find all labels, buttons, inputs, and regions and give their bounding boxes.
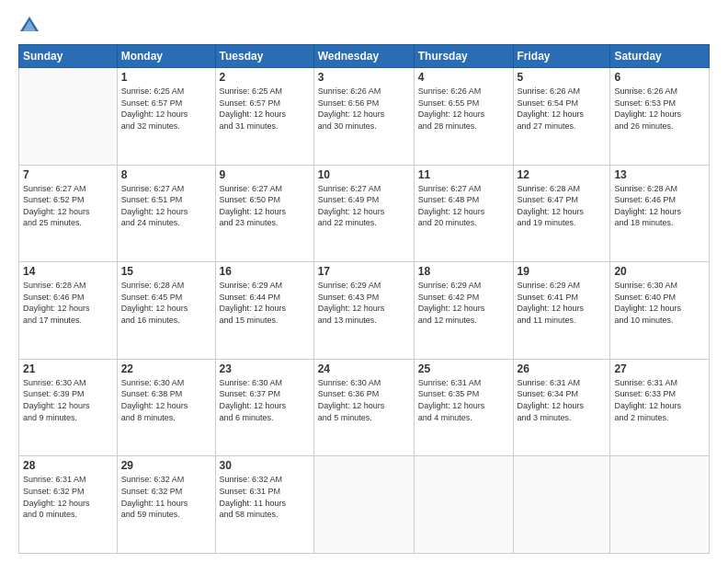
day-info: Sunrise: 6:30 AM Sunset: 6:37 PM Dayligh… (220, 377, 310, 423)
day-number: 8 (121, 168, 211, 181)
calendar-cell (513, 456, 610, 554)
calendar-cell: 7Sunrise: 6:27 AM Sunset: 6:52 PM Daylig… (19, 165, 118, 262)
day-info: Sunrise: 6:28 AM Sunset: 6:46 PM Dayligh… (614, 183, 705, 229)
day-number: 10 (318, 168, 410, 181)
calendar-cell (414, 456, 513, 554)
day-info: Sunrise: 6:26 AM Sunset: 6:54 PM Dayligh… (518, 86, 607, 132)
day-number: 14 (23, 265, 113, 278)
day-info: Sunrise: 6:30 AM Sunset: 6:39 PM Dayligh… (23, 377, 113, 423)
calendar-cell: 10Sunrise: 6:27 AM Sunset: 6:49 PM Dayli… (313, 165, 414, 262)
day-info: Sunrise: 6:29 AM Sunset: 6:41 PM Dayligh… (518, 280, 607, 326)
day-info: Sunrise: 6:29 AM Sunset: 6:44 PM Dayligh… (220, 280, 310, 326)
weekday-header-tuesday: Tuesday (215, 45, 313, 68)
calendar-cell: 20Sunrise: 6:30 AM Sunset: 6:40 PM Dayli… (610, 262, 710, 360)
calendar-cell: 2Sunrise: 6:25 AM Sunset: 6:57 PM Daylig… (215, 68, 313, 166)
day-number: 30 (220, 459, 310, 472)
day-info: Sunrise: 6:27 AM Sunset: 6:50 PM Dayligh… (220, 183, 310, 229)
weekday-header-row: SundayMondayTuesdayWednesdayThursdayFrid… (19, 45, 710, 68)
logo-icon (18, 15, 40, 37)
calendar-cell: 16Sunrise: 6:29 AM Sunset: 6:44 PM Dayli… (215, 262, 313, 360)
calendar-cell: 19Sunrise: 6:29 AM Sunset: 6:41 PM Dayli… (513, 262, 610, 360)
day-info: Sunrise: 6:28 AM Sunset: 6:46 PM Dayligh… (23, 280, 113, 326)
day-number: 7 (23, 168, 113, 181)
day-info: Sunrise: 6:27 AM Sunset: 6:48 PM Dayligh… (418, 183, 509, 229)
day-number: 20 (614, 265, 705, 278)
week-row-5: 28Sunrise: 6:31 AM Sunset: 6:32 PM Dayli… (19, 456, 710, 554)
day-number: 3 (318, 71, 410, 84)
day-number: 9 (220, 168, 310, 181)
day-number: 29 (121, 459, 211, 472)
weekday-header-saturday: Saturday (610, 45, 710, 68)
day-number: 15 (121, 265, 211, 278)
day-info: Sunrise: 6:29 AM Sunset: 6:43 PM Dayligh… (318, 280, 410, 326)
day-number: 23 (220, 362, 310, 375)
calendar-cell: 21Sunrise: 6:30 AM Sunset: 6:39 PM Dayli… (19, 359, 118, 456)
calendar-cell: 12Sunrise: 6:28 AM Sunset: 6:47 PM Dayli… (513, 165, 610, 262)
calendar-cell: 22Sunrise: 6:30 AM Sunset: 6:38 PM Dayli… (117, 359, 215, 456)
calendar-cell: 26Sunrise: 6:31 AM Sunset: 6:34 PM Dayli… (513, 359, 610, 456)
calendar-cell: 5Sunrise: 6:26 AM Sunset: 6:54 PM Daylig… (513, 68, 610, 166)
weekday-header-monday: Monday (117, 45, 215, 68)
calendar-cell: 9Sunrise: 6:27 AM Sunset: 6:50 PM Daylig… (215, 165, 313, 262)
day-info: Sunrise: 6:27 AM Sunset: 6:52 PM Dayligh… (23, 183, 113, 229)
weekday-header-sunday: Sunday (19, 45, 118, 68)
day-number: 28 (23, 459, 113, 472)
weekday-header-thursday: Thursday (414, 45, 513, 68)
day-info: Sunrise: 6:29 AM Sunset: 6:42 PM Dayligh… (418, 280, 509, 326)
day-info: Sunrise: 6:31 AM Sunset: 6:34 PM Dayligh… (518, 377, 607, 423)
day-number: 24 (318, 362, 410, 375)
calendar-cell: 23Sunrise: 6:30 AM Sunset: 6:37 PM Dayli… (215, 359, 313, 456)
day-number: 18 (418, 265, 509, 278)
weekday-header-wednesday: Wednesday (313, 45, 414, 68)
weekday-header-friday: Friday (513, 45, 610, 68)
day-info: Sunrise: 6:28 AM Sunset: 6:47 PM Dayligh… (518, 183, 607, 229)
calendar-cell: 14Sunrise: 6:28 AM Sunset: 6:46 PM Dayli… (19, 262, 118, 360)
day-number: 5 (518, 71, 607, 84)
day-number: 6 (614, 71, 705, 84)
day-number: 16 (220, 265, 310, 278)
day-number: 12 (518, 168, 607, 181)
calendar-cell: 28Sunrise: 6:31 AM Sunset: 6:32 PM Dayli… (19, 456, 118, 554)
page: SundayMondayTuesdayWednesdayThursdayFrid… (0, 0, 728, 563)
day-number: 21 (23, 362, 113, 375)
calendar-cell (19, 68, 118, 166)
day-info: Sunrise: 6:30 AM Sunset: 6:40 PM Dayligh… (614, 280, 705, 326)
day-number: 13 (614, 168, 705, 181)
calendar-cell: 3Sunrise: 6:26 AM Sunset: 6:56 PM Daylig… (313, 68, 414, 166)
day-info: Sunrise: 6:31 AM Sunset: 6:33 PM Dayligh… (614, 377, 705, 423)
day-number: 1 (121, 71, 211, 84)
week-row-1: 1Sunrise: 6:25 AM Sunset: 6:57 PM Daylig… (19, 68, 710, 166)
day-number: 19 (518, 265, 607, 278)
day-info: Sunrise: 6:32 AM Sunset: 6:31 PM Dayligh… (220, 474, 310, 520)
week-row-3: 14Sunrise: 6:28 AM Sunset: 6:46 PM Dayli… (19, 262, 710, 360)
day-number: 17 (318, 265, 410, 278)
calendar-cell: 1Sunrise: 6:25 AM Sunset: 6:57 PM Daylig… (117, 68, 215, 166)
day-info: Sunrise: 6:25 AM Sunset: 6:57 PM Dayligh… (220, 86, 310, 132)
day-info: Sunrise: 6:31 AM Sunset: 6:35 PM Dayligh… (418, 377, 509, 423)
day-info: Sunrise: 6:32 AM Sunset: 6:32 PM Dayligh… (121, 474, 211, 520)
calendar-cell: 24Sunrise: 6:30 AM Sunset: 6:36 PM Dayli… (313, 359, 414, 456)
day-info: Sunrise: 6:27 AM Sunset: 6:51 PM Dayligh… (121, 183, 211, 229)
calendar-cell: 11Sunrise: 6:27 AM Sunset: 6:48 PM Dayli… (414, 165, 513, 262)
day-number: 2 (220, 71, 310, 84)
day-info: Sunrise: 6:26 AM Sunset: 6:56 PM Dayligh… (318, 86, 410, 132)
calendar-cell: 18Sunrise: 6:29 AM Sunset: 6:42 PM Dayli… (414, 262, 513, 360)
calendar-cell: 13Sunrise: 6:28 AM Sunset: 6:46 PM Dayli… (610, 165, 710, 262)
week-row-2: 7Sunrise: 6:27 AM Sunset: 6:52 PM Daylig… (19, 165, 710, 262)
header (18, 15, 710, 37)
day-number: 22 (121, 362, 211, 375)
calendar-cell: 30Sunrise: 6:32 AM Sunset: 6:31 PM Dayli… (215, 456, 313, 554)
calendar-cell: 29Sunrise: 6:32 AM Sunset: 6:32 PM Dayli… (117, 456, 215, 554)
day-info: Sunrise: 6:25 AM Sunset: 6:57 PM Dayligh… (121, 86, 211, 132)
calendar-cell: 4Sunrise: 6:26 AM Sunset: 6:55 PM Daylig… (414, 68, 513, 166)
calendar-cell: 25Sunrise: 6:31 AM Sunset: 6:35 PM Dayli… (414, 359, 513, 456)
day-info: Sunrise: 6:31 AM Sunset: 6:32 PM Dayligh… (23, 474, 113, 520)
calendar-cell: 8Sunrise: 6:27 AM Sunset: 6:51 PM Daylig… (117, 165, 215, 262)
calendar-cell (610, 456, 710, 554)
day-info: Sunrise: 6:26 AM Sunset: 6:53 PM Dayligh… (614, 86, 705, 132)
day-number: 27 (614, 362, 705, 375)
calendar-cell (313, 456, 414, 554)
calendar-cell: 17Sunrise: 6:29 AM Sunset: 6:43 PM Dayli… (313, 262, 414, 360)
day-info: Sunrise: 6:30 AM Sunset: 6:36 PM Dayligh… (318, 377, 410, 423)
calendar: SundayMondayTuesdayWednesdayThursdayFrid… (18, 44, 710, 554)
